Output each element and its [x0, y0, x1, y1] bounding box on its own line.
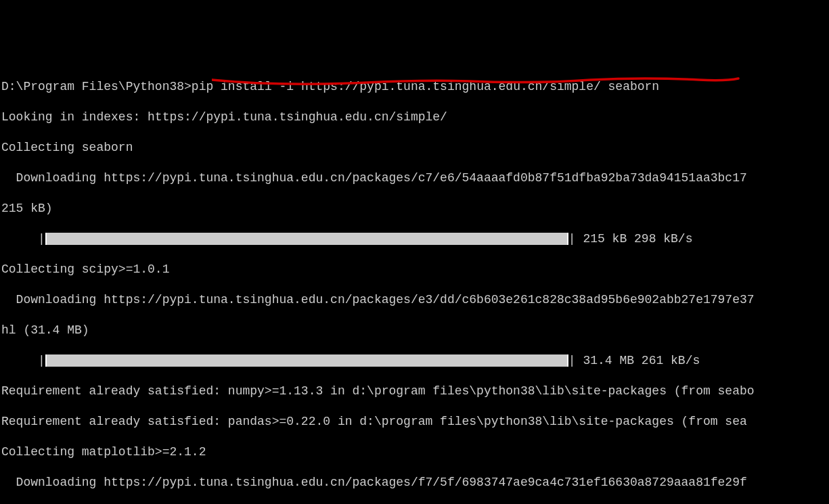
- progress-bar-fill: [45, 233, 568, 245]
- command-text: pip install -i https://pypi.tuna.tsinghu…: [192, 80, 659, 93]
- output-line: Requirement already satisfied: pandas>=0…: [1, 414, 828, 430]
- command-line: D:\Program Files\Python38>pip install -i…: [1, 79, 828, 95]
- prompt-path: D:\Program Files\Python38>: [1, 80, 192, 93]
- output-line: Collecting matplotlib>=2.1.2: [1, 444, 828, 460]
- progress-text: | 31.4 MB 261 kB/s: [568, 353, 700, 369]
- progress-bar-row: || 31.4 MB 261 kB/s: [1, 353, 828, 369]
- output-line: hl (31.4 MB): [1, 323, 828, 338]
- progress-bar-row: || 215 kB 298 kB/s: [1, 231, 828, 247]
- output-line: Requirement already satisfied: numpy>=1.…: [1, 384, 828, 399]
- output-line: Downloading https://pypi.tuna.tsinghua.e…: [1, 292, 828, 308]
- output-line: Downloading https://pypi.tuna.tsinghua.e…: [1, 475, 828, 490]
- output-line: Downloading https://pypi.tuna.tsinghua.e…: [1, 170, 828, 186]
- progress-text: | 215 kB 298 kB/s: [568, 231, 693, 247]
- progress-indent: |: [1, 353, 45, 369]
- progress-indent: |: [1, 231, 45, 247]
- output-line: Collecting seaborn: [1, 140, 828, 156]
- terminal-output[interactable]: D:\Program Files\Python38>pip install -i…: [1, 64, 828, 504]
- output-line: Looking in indexes: https://pypi.tuna.ts…: [1, 110, 828, 125]
- output-line: Collecting scipy>=1.0.1: [1, 262, 828, 277]
- progress-bar-fill: [45, 354, 568, 367]
- output-line: 215 kB): [1, 201, 828, 216]
